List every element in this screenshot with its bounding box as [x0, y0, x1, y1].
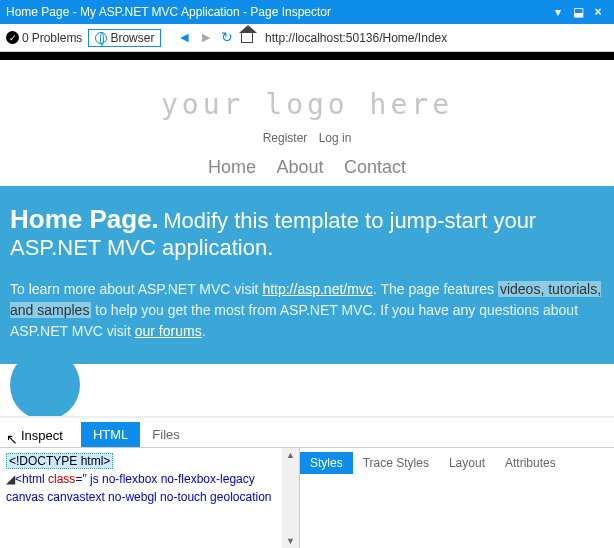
browser-viewport: your logo here Register Log in Home Abou… — [0, 52, 614, 418]
tab-layout[interactable]: Layout — [439, 452, 495, 474]
problems-label: Problems — [32, 31, 83, 45]
tab-trace-styles[interactable]: Trace Styles — [353, 452, 439, 474]
intro-text-1: To learn more about ASP.NET MVC visit — [10, 281, 262, 297]
tab-styles[interactable]: Styles — [300, 452, 353, 474]
check-icon: ✓ — [6, 31, 19, 44]
forums-link[interactable]: our forums — [135, 323, 202, 339]
main-nav: Home About Contact — [0, 157, 614, 178]
window-title: Home Page - My ASP.NET MVC Application -… — [6, 5, 331, 19]
title-bar: Home Page - My ASP.NET MVC Application -… — [0, 0, 614, 24]
globe-icon — [95, 32, 107, 44]
header-bar — [0, 52, 614, 60]
inspector-tabs-row: ↖ Inspect HTML Files — [0, 418, 614, 448]
tab-html[interactable]: HTML — [81, 422, 140, 447]
intro-text-2: . The page features — [373, 281, 498, 297]
problems-indicator[interactable]: ✓ 0 Problems — [6, 31, 82, 45]
code-line-html[interactable]: ◢<html class=" js no-flexbox no-flexbox-… — [6, 470, 293, 506]
toolbar: ✓ 0 Problems Browser ◄ ► ↻ http://localh… — [0, 24, 614, 52]
html-source-pane[interactable]: <!DOCTYPE html> ◢<html class=" js no-fle… — [0, 448, 300, 548]
register-link[interactable]: Register — [263, 131, 308, 145]
code-scrollbar[interactable]: ▲▼ — [282, 448, 299, 548]
pin-icon[interactable]: ⬓ — [568, 5, 588, 19]
back-icon[interactable]: ◄ — [177, 29, 191, 46]
inspector-panel: ↖ Inspect HTML Files <!DOCTYPE html> ◢<h… — [0, 418, 614, 548]
browser-label: Browser — [110, 31, 154, 45]
intro-paragraph: To learn more about ASP.NET MVC visit ht… — [0, 279, 614, 364]
cursor-icon: ↖ — [6, 431, 18, 447]
mvc-link[interactable]: http://asp.net/mvc — [262, 281, 373, 297]
code-line-doctype[interactable]: <!DOCTYPE html> — [6, 453, 113, 469]
intro-text-4: . — [202, 323, 206, 339]
home-button[interactable] — [241, 29, 253, 46]
account-links: Register Log in — [0, 131, 614, 145]
styles-pane: Styles Trace Styles Layout Attributes — [300, 448, 614, 548]
refresh-icon[interactable]: ↻ — [221, 29, 233, 46]
login-link[interactable]: Log in — [319, 131, 352, 145]
inspect-button[interactable]: Inspect — [21, 428, 63, 447]
forward-icon: ► — [199, 29, 213, 46]
tab-attributes[interactable]: Attributes — [495, 452, 566, 474]
address-bar[interactable]: http://localhost:50136/Home/Index — [265, 31, 447, 45]
decorative-circle — [10, 350, 80, 418]
nav-contact[interactable]: Contact — [344, 157, 406, 177]
home-icon — [241, 33, 253, 43]
problems-count: 0 — [22, 31, 29, 45]
hero-banner: Home Page. Modify this template to jump-… — [0, 186, 614, 279]
window-menu-dropdown[interactable]: ▾ — [548, 5, 568, 19]
logo-placeholder: your logo here — [0, 88, 614, 121]
intro-text-3: to help you get the most from ASP.NET MV… — [10, 302, 578, 339]
nav-about[interactable]: About — [276, 157, 323, 177]
close-icon[interactable]: × — [588, 5, 608, 19]
hero-title: Home Page. — [10, 204, 159, 234]
nav-home[interactable]: Home — [208, 157, 256, 177]
tab-files[interactable]: Files — [140, 422, 191, 447]
browser-button[interactable]: Browser — [88, 29, 161, 47]
